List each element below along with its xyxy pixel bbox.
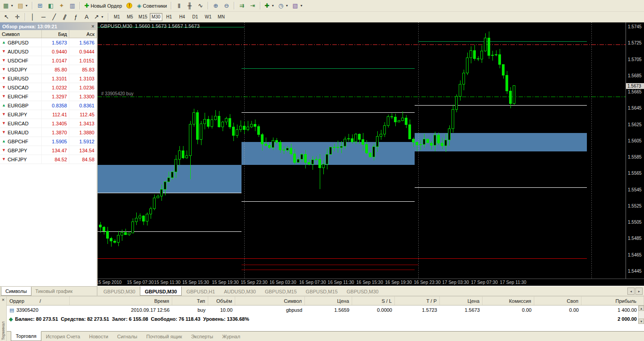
- data-window-button[interactable]: ◧: [45, 1, 56, 10]
- alerts-button[interactable]: !: [124, 1, 134, 10]
- terminal-button[interactable]: ▥: [67, 1, 77, 10]
- terminal-column-header[interactable]: Время: [70, 297, 172, 305]
- vertical-line-button[interactable]: │: [27, 13, 38, 22]
- crosshair-button[interactable]: ✛: [12, 13, 22, 22]
- market-watch-row[interactable]: ▼GBPJPY134.47134.54: [0, 146, 97, 155]
- close-icon[interactable]: ×: [2, 297, 4, 303]
- periods-button[interactable]: ◷▼: [277, 1, 290, 10]
- chart-tab[interactable]: AUDUSD,M30: [219, 286, 260, 296]
- profiles-button[interactable]: ▤▼: [16, 1, 30, 10]
- new-order-button[interactable]: ✚Новый Ордер: [82, 1, 124, 10]
- column-header-symbol[interactable]: Символ: [0, 30, 42, 38]
- templates-button[interactable]: ▧▼: [291, 1, 304, 10]
- market-watch-row[interactable]: ▲GBPCHF1.59051.5912: [0, 137, 97, 146]
- column-header-bid[interactable]: Бид: [42, 30, 69, 38]
- bar-chart-button[interactable]: |||: [174, 1, 184, 10]
- timeframe-mn-button[interactable]: MN: [215, 13, 228, 21]
- chart-plot[interactable]: # 33905420 buy GBPUSD,M30 1.5660 1.5673 …: [98, 22, 626, 279]
- terminal-column-header[interactable]: Символ: [235, 297, 305, 305]
- market-watch-row[interactable]: ▼USDJPY85.8085.83: [0, 65, 97, 74]
- market-watch-row[interactable]: ▼EURCAD1.34051.3413: [0, 119, 97, 128]
- expert-advisors-button[interactable]: ◈Советники: [135, 1, 169, 10]
- terminal-tab[interactable]: Торговля: [11, 331, 41, 341]
- terminal-column-header[interactable]: Объём: [208, 297, 235, 305]
- terminal-column-header[interactable]: Цена: [440, 297, 483, 305]
- market-watch-row[interactable]: ▼CHFJPY84.5284.58: [0, 155, 97, 164]
- terminal-scrollbar[interactable]: ▲ ▼: [638, 306, 644, 324]
- terminal-column-header[interactable]: Цена: [305, 297, 352, 305]
- close-icon[interactable]: ×: [91, 24, 94, 29]
- terminal-tab[interactable]: Новости: [85, 332, 113, 341]
- line-chart-button[interactable]: ∿: [195, 1, 206, 10]
- fibonacci-button[interactable]: ƒ: [71, 13, 81, 22]
- timeframe-m15-button[interactable]: M15: [137, 13, 149, 21]
- timeframe-h1-button[interactable]: H1: [163, 13, 175, 21]
- timeframe-h4-button[interactable]: H4: [176, 13, 188, 21]
- symbol-name: EURCAD: [8, 121, 28, 126]
- column-header-ask[interactable]: Аск: [69, 30, 97, 38]
- terminal-icon: ▥: [70, 3, 75, 9]
- supply-demand-zone[interactable]: [415, 133, 587, 152]
- horizontal-line-button[interactable]: ─: [38, 13, 49, 22]
- timeframe-m30-button[interactable]: M30: [150, 13, 162, 21]
- terminal-column-header[interactable]: S / L: [352, 297, 395, 305]
- terminal-tab[interactable]: Сигналы: [113, 332, 142, 341]
- terminal-column-header[interactable]: Своп: [534, 297, 581, 305]
- timeframe-m1-button[interactable]: M1: [111, 13, 123, 21]
- new-chart-button[interactable]: ▦▼: [1, 1, 15, 10]
- terminal-column-header[interactable]: Прибыль: [581, 297, 644, 305]
- chart-canvas[interactable]: # 33905420 buy: [98, 22, 626, 279]
- terminal-side-label: Терминал: [1, 303, 5, 341]
- timeframe-m5-button[interactable]: M5: [124, 13, 136, 21]
- trendline-button[interactable]: ╱: [49, 13, 59, 22]
- price-axis[interactable]: 1.5673 1.57451.57251.57051.56851.56651.5…: [626, 22, 644, 279]
- order-row[interactable]: ▤339054202010.09.17 12:56buy10.00gbpusd1…: [7, 306, 644, 314]
- text-button[interactable]: A: [81, 13, 92, 22]
- market-watch-row[interactable]: ▼USDCHF1.01471.0151: [0, 56, 97, 65]
- tab-scroll-right-icon[interactable]: ▸: [635, 288, 643, 295]
- chart-tab[interactable]: GBPUSD,M30: [140, 286, 182, 296]
- terminal-column-header[interactable]: Комиссия: [483, 297, 534, 305]
- market-watch-row[interactable]: ▲EURGBP0.83580.8361: [0, 101, 97, 110]
- market-watch-tab-symbols[interactable]: Символы: [1, 287, 31, 296]
- market-watch-row[interactable]: ▼AUDUSD0.94400.9444: [0, 47, 97, 56]
- market-watch-row[interactable]: ▼EURJPY112.41112.45: [0, 110, 97, 119]
- chart-tab[interactable]: GBPUSD,M30: [342, 286, 383, 296]
- terminal-tab[interactable]: Почтовый ящик: [142, 332, 186, 341]
- market-watch-row[interactable]: ▼USDCAD1.02321.0236: [0, 83, 97, 92]
- market-watch-row[interactable]: ▼EURUSD1.31011.3103: [0, 74, 97, 83]
- scroll-up-icon[interactable]: ▲: [639, 306, 644, 311]
- navigator-button[interactable]: ✦: [56, 1, 67, 10]
- market-watch-row[interactable]: ▼EURAUD1.38701.3880: [0, 128, 97, 137]
- arrows-button[interactable]: ↗▼: [92, 13, 106, 22]
- terminal-column-header[interactable]: Ордер/: [7, 297, 70, 305]
- terminal-tab[interactable]: Эксперты: [187, 332, 218, 341]
- chart-shift-button[interactable]: ⇥: [247, 1, 258, 10]
- ask-value: 1.0236: [69, 83, 97, 92]
- zoom-out-button[interactable]: ⊖: [221, 1, 232, 10]
- candlestick-chart-button[interactable]: ╫: [184, 1, 195, 10]
- terminal-column-header[interactable]: T / P: [395, 297, 440, 305]
- channel-button[interactable]: ∥: [60, 13, 70, 22]
- tab-scroll-left-icon[interactable]: ◂: [627, 288, 635, 295]
- market-watch-row[interactable]: ▼EURCHF1.32971.3300: [0, 92, 97, 101]
- indicators-button[interactable]: ✚▼: [263, 1, 276, 10]
- market-watch-row[interactable]: ▲GBPUSD1.56731.5676: [0, 38, 97, 47]
- timeframe-w1-button[interactable]: W1: [202, 13, 215, 21]
- terminal-tab[interactable]: Журнал: [218, 332, 245, 341]
- terminal-tab[interactable]: История Счета: [41, 332, 85, 341]
- terminal-column-header[interactable]: Тип: [172, 297, 208, 305]
- chart-tab[interactable]: GBPUSD,H1: [182, 286, 219, 296]
- chart-tab[interactable]: GBPUSD,M30: [99, 286, 140, 296]
- timeframe-d1-button[interactable]: D1: [189, 13, 201, 21]
- zoom-in-button[interactable]: ⊕: [210, 1, 221, 10]
- cursor-button[interactable]: ↖: [1, 13, 12, 22]
- market-watch-button[interactable]: ⊞: [35, 1, 45, 10]
- symbol-name: USDJPY: [8, 67, 27, 72]
- chart-tab[interactable]: GBPUSD,M15: [260, 286, 301, 296]
- time-axis[interactable]: 15 Sep 201015 Sep 07:3015 Sep 11:3015 Se…: [98, 279, 644, 286]
- scroll-down-icon[interactable]: ▼: [639, 319, 644, 324]
- chart-tab[interactable]: GBPUSD,M15: [301, 286, 342, 296]
- market-watch-tab-tick-chart[interactable]: Тиковый график: [31, 287, 77, 296]
- auto-scroll-button[interactable]: ⇉: [237, 1, 247, 10]
